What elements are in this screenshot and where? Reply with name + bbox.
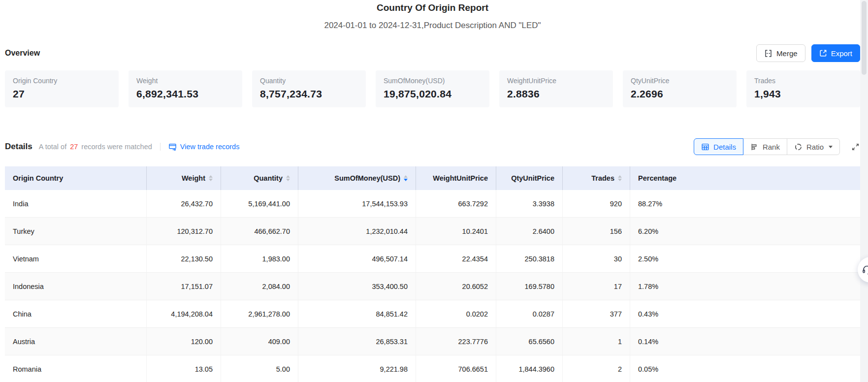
table-header-row: Origin CountryWeightQuantitySumOfMoney(U…: [5, 166, 860, 190]
column-label: SumOfMoney(USD): [334, 174, 400, 182]
cell-percentage: 1.78%: [630, 273, 860, 300]
view-trade-records-label: View trade records: [180, 143, 240, 151]
cell-value: 84,851.42: [376, 310, 408, 318]
table-icon: [701, 143, 709, 151]
stat-value: 19,875,020.84: [384, 88, 482, 100]
cell-sumofmoney-usd: 84,851.42: [298, 300, 416, 327]
details-bar-left: Details A total of 27 records were match…: [5, 142, 239, 152]
cell-weight: 17,151.07: [147, 273, 221, 300]
cell-value: 223.7776: [458, 338, 488, 346]
cell-value: 353,400.50: [372, 283, 408, 290]
cell-percentage: 2.50%: [630, 245, 860, 272]
view-toggle-group: DetailsRankRatio: [694, 138, 840, 155]
stat-card-quantity: Quantity8,757,234.73: [252, 70, 366, 107]
overview-heading: Overview: [5, 49, 40, 58]
cell-value: 0.05%: [638, 365, 658, 373]
matched-suffix: records were matched: [81, 143, 152, 151]
cell-origin-country: Austria: [5, 328, 147, 355]
cell-value: 26,853.31: [376, 338, 408, 346]
cell-percentage: 88.27%: [630, 190, 860, 217]
fullscreen-icon: [851, 142, 860, 152]
cell-value: 120,312.70: [177, 227, 213, 235]
tab-details[interactable]: Details: [694, 138, 743, 155]
report-page: Country Of Origin Report 2024-01-01 to 2…: [0, 0, 868, 382]
cell-value: 26,432.70: [181, 200, 213, 208]
export-button[interactable]: Export: [811, 44, 860, 62]
cell-value: 2.50%: [638, 255, 658, 263]
cell-value: India: [13, 200, 28, 208]
column-label: Quantity: [254, 174, 283, 182]
cell-value: 0.14%: [638, 338, 658, 346]
cell-trades: 2: [563, 355, 630, 382]
cell-value: 706.6651: [458, 365, 488, 373]
details-bar-right: DetailsRankRatio: [694, 138, 860, 155]
column-header-sumofmoney-usd[interactable]: SumOfMoney(USD): [298, 166, 416, 190]
cell-value: 0.0202: [466, 310, 488, 318]
cell-percentage: 0.05%: [630, 355, 860, 382]
vertical-scrollbar[interactable]: [860, 0, 868, 382]
cell-value: 1: [618, 338, 622, 346]
cell-trades: 17: [563, 273, 630, 300]
cell-trades: 156: [563, 218, 630, 245]
cell-origin-country: Romania: [5, 355, 147, 382]
cell-value: Vietnam: [13, 255, 39, 263]
scrollbar-thumb[interactable]: [862, 1, 867, 75]
sort-icon: [404, 175, 408, 182]
cell-value: 5.00: [276, 365, 290, 373]
cell-quantity: 5,169,441.00: [221, 190, 298, 217]
cell-value: 20.6052: [462, 283, 488, 290]
cell-percentage: 0.14%: [630, 328, 860, 355]
cell-quantity: 466,662.70: [221, 218, 298, 245]
cell-value: 1.78%: [638, 283, 658, 290]
cell-weightunitprice: 663.7292: [416, 190, 496, 217]
stat-card-weight: Weight6,892,341.53: [129, 70, 242, 107]
details-heading: Details: [5, 142, 32, 152]
column-header-trades[interactable]: Trades: [563, 166, 630, 190]
stat-label: SumOfMoney(USD): [384, 77, 482, 85]
stat-card-trades: Trades1,943: [746, 70, 860, 107]
cell-value: 6.20%: [638, 227, 658, 235]
stat-value: 27: [13, 88, 111, 100]
cell-value: 30: [614, 255, 622, 263]
export-button-label: Export: [831, 49, 852, 58]
cell-sumofmoney-usd: 1,232,010.44: [298, 218, 416, 245]
stat-card-weightunitprice: WeightUnitPrice2.8836: [499, 70, 613, 107]
overview-bar: Overview Merge Export: [5, 44, 860, 63]
column-header-weight[interactable]: Weight: [147, 166, 221, 190]
cell-trades: 377: [563, 300, 630, 327]
rank-icon: [750, 143, 759, 151]
view-trade-records-link[interactable]: View trade records: [168, 143, 240, 151]
cell-value: 377: [610, 310, 622, 318]
column-header-quantity[interactable]: Quantity: [221, 166, 298, 190]
cell-value: Turkey: [13, 227, 34, 235]
stat-value: 6,892,341.53: [136, 88, 234, 100]
merge-button-label: Merge: [776, 49, 798, 58]
tab-label: Details: [713, 143, 736, 151]
table-row-indonesia: Indonesia17,151.072,084.00353,400.5020.6…: [5, 273, 860, 300]
cell-value: Austria: [13, 338, 35, 346]
column-header-percentage: Percentage: [630, 166, 860, 190]
cell-trades: 920: [563, 190, 630, 217]
cell-weight: 22,130.50: [147, 245, 221, 272]
cell-weight: 26,432.70: [147, 190, 221, 217]
tab-ratio[interactable]: Ratio: [787, 138, 840, 155]
tab-rank[interactable]: Rank: [743, 138, 787, 155]
column-header-weightunitprice: WeightUnitPrice: [416, 166, 496, 190]
cell-value: 22,130.50: [181, 255, 213, 263]
column-label: Trades: [591, 174, 614, 182]
cell-sumofmoney-usd: 496,507.14: [298, 245, 416, 272]
stat-label: WeightUnitPrice: [507, 77, 605, 85]
cell-value: 4,194,208.04: [171, 310, 213, 318]
merge-button[interactable]: Merge: [756, 44, 805, 62]
cell-quantity: 2,084.00: [221, 273, 298, 300]
column-label: Weight: [182, 174, 205, 182]
cell-weightunitprice: 223.7776: [416, 328, 496, 355]
cell-value: 2.6400: [533, 227, 554, 235]
ratio-icon: [794, 143, 803, 151]
cell-value: 0.43%: [638, 310, 658, 318]
cell-value: 1,232,010.44: [366, 227, 408, 235]
cell-qtyunitprice: 65.6560: [496, 328, 563, 355]
stat-label: Quantity: [260, 77, 358, 85]
fullscreen-button[interactable]: [851, 142, 860, 152]
cell-value: Romania: [13, 365, 41, 373]
